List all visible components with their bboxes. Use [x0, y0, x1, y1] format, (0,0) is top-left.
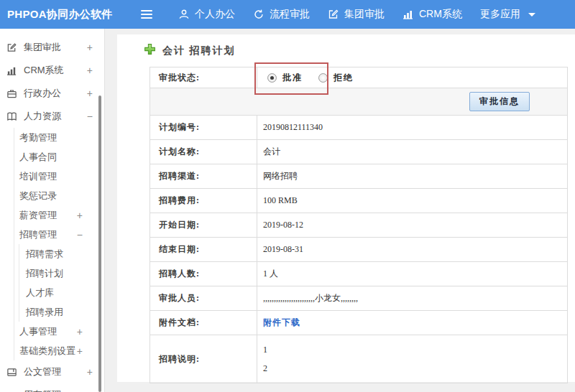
nav-group-approval[interactable]: 集团审批 [328, 8, 385, 21]
expand-plus-icon[interactable]: + [77, 345, 83, 357]
sidebar-item-recruit-mgmt[interactable]: 招聘管理 − [14, 225, 104, 244]
sidebar-item-recruit-hire[interactable]: 招聘录用 [19, 302, 104, 322]
approval-info-button[interactable]: 审批信息 [469, 92, 530, 111]
table-row: 审批状态: 批准 拒绝 [150, 67, 568, 88]
top-navigation: 个人办公 流程审批 集团审批 [178, 8, 535, 21]
sidebar-item-human-resources[interactable]: 人力资源 − [0, 105, 104, 128]
chevron-down-icon [528, 13, 535, 17]
top-navbar: PHPOA协同办公软件 个人办公 流程审批 [0, 0, 575, 29]
approvers-value: ,,,,,,,,,,,,,,,,,,,,,,,,小龙女,,,,,,,, [257, 286, 568, 311]
expand-plus-icon[interactable]: + [77, 210, 83, 221]
table-row: 招聘说明: 1 2 [150, 335, 568, 383]
sidebar-item-recruit-need[interactable]: 招聘需求 [19, 244, 104, 263]
process-cycle-icon [253, 9, 264, 20]
sidebar-item-attendance[interactable]: 考勤管理 [14, 128, 104, 147]
sidebar-item-base-category[interactable]: 基础类别设置 + [14, 341, 104, 360]
page-title: 会计 招聘计划 [144, 43, 575, 58]
end-date-value: 2019-08-31 [257, 238, 568, 262]
recruit-plan-detail-table: 审批状态: 批准 拒绝 审批信息 [150, 67, 568, 383]
table-row: 审批信息 [150, 88, 568, 116]
sidebar-item-salary[interactable]: 薪资管理 + [14, 205, 104, 225]
expand-plus-icon[interactable]: + [87, 366, 93, 378]
menu-toggle-icon[interactable] [141, 8, 157, 21]
radio-reject[interactable] [318, 73, 328, 83]
main-content: 会计 招聘计划 审批状态: 批准 拒绝 [105, 29, 575, 392]
table-row: 附件文档: 附件下载 [150, 311, 568, 335]
content-panel: 会计 招聘计划 审批状态: 批准 拒绝 [117, 34, 575, 382]
start-date-value: 2019-08-12 [257, 213, 568, 238]
sidebar-item-document-mgmt[interactable]: 公文管理 + [0, 360, 104, 383]
sidebar-item-group-approval[interactable]: 集团审批 + [0, 36, 104, 59]
bar-chart-icon [402, 9, 414, 20]
recruit-submenu: 招聘需求 招聘计划 人才库 招聘录用 [19, 244, 104, 322]
headcount-value: 1 人 [257, 262, 568, 286]
sidebar-item-hr-contract[interactable]: 人事合同 [14, 147, 104, 167]
table-row: 招聘渠道: 网络招聘 [150, 164, 568, 189]
recruit-channel-value: 网络招聘 [257, 164, 568, 189]
nav-process-approval[interactable]: 流程审批 [253, 8, 310, 21]
collapse-minus-icon[interactable]: − [77, 229, 83, 241]
table-row: 招聘人数: 1 人 [150, 262, 568, 286]
table-row: 开始日期: 2019-08-12 [150, 213, 568, 238]
briefcase-icon [6, 88, 18, 99]
table-row: 招聘费用: 100 RMB [150, 189, 568, 213]
sidebar-item-recruit-plan[interactable]: 招聘计划 [19, 263, 104, 283]
table-row: 计划编号: 20190812111340 [150, 116, 568, 140]
expand-plus-icon[interactable]: + [87, 88, 93, 99]
edit-square-icon [6, 42, 18, 53]
sidebar-item-reward-punishment[interactable]: 奖惩记录 [14, 186, 104, 205]
nav-personal-office[interactable]: 个人办公 [178, 8, 235, 21]
book-icon [6, 111, 18, 122]
sidebar-item-admin-office[interactable]: 行政办公 + [0, 82, 104, 105]
plan-name-value: 会计 [257, 140, 568, 164]
table-row: 结束日期: 2019-08-31 [150, 238, 568, 262]
app-logo: PHPOA协同办公软件 [0, 8, 141, 22]
attachment-download-link[interactable]: 附件下载 [263, 317, 300, 327]
collapse-minus-icon[interactable]: − [87, 111, 93, 122]
sidebar: 集团审批 + CRM系统 + 行政办公 + [0, 29, 105, 392]
sidebar-item-vehicle-mgmt[interactable]: 用车管理 + [0, 383, 104, 392]
table-row: 审批人员: ,,,,,,,,,,,,,,,,,,,,,,,,小龙女,,,,,,,… [150, 286, 568, 311]
car-icon [6, 390, 18, 392]
document-icon [6, 367, 18, 378]
sidebar-item-talent-pool[interactable]: 人才库 [19, 283, 104, 302]
table-row: 计划名称: 会计 [150, 140, 568, 164]
recruit-cost-value: 100 RMB [257, 189, 568, 213]
sidebar-item-personnel[interactable]: 人事管理 + [14, 322, 104, 341]
sidebar-item-training[interactable]: 培训管理 [14, 167, 104, 186]
user-icon [178, 9, 190, 20]
sidebar-item-crm-system[interactable]: CRM系统 + [0, 59, 104, 82]
recruit-description-value: 1 2 [257, 335, 568, 383]
nav-more-apps[interactable]: 更多应用 [480, 8, 535, 21]
plan-number-value: 20190812111340 [257, 116, 568, 140]
edit-square-icon [328, 9, 339, 20]
nav-crm-system[interactable]: CRM系统 [402, 8, 462, 21]
bar-chart-icon [6, 65, 18, 76]
hr-submenu: 考勤管理 人事合同 培训管理 奖惩记录 薪资管理 + 招聘管理 − 招聘需求 招… [14, 128, 104, 360]
expand-plus-icon[interactable]: + [87, 42, 93, 53]
expand-plus-icon[interactable]: + [87, 65, 93, 76]
sidebar-scrollbar[interactable] [98, 95, 101, 392]
approval-radio-group: 批准 拒绝 [263, 72, 567, 84]
expand-plus-icon[interactable]: + [87, 389, 93, 392]
expand-plus-icon[interactable]: + [77, 326, 83, 337]
radio-approve[interactable] [267, 73, 277, 83]
add-plus-icon [144, 43, 156, 58]
